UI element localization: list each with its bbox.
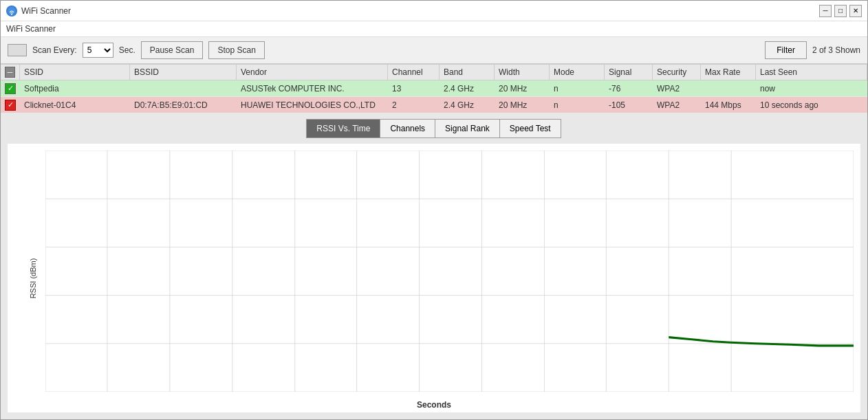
app-icon	[6, 5, 17, 16]
chart-tabs: RSSI Vs. Time Channels Signal Rank Speed…	[1, 113, 867, 144]
title-bar: WiFi Scanner ─ □ ✕	[1, 1, 867, 21]
row2-check[interactable]: ✓	[1, 97, 20, 113]
row2-vendor: HUAWEI TECHNOLOGIES CO.,LTD	[237, 97, 388, 113]
th-signal[interactable]: Signal	[605, 65, 653, 80]
th-bssid[interactable]: BSSID	[130, 65, 237, 80]
th-lastseen[interactable]: Last Seen	[756, 65, 867, 80]
close-button[interactable]: ✕	[849, 5, 862, 17]
rssi-line	[669, 338, 854, 346]
sec-label: Sec.	[119, 45, 135, 55]
row2-checkbox[interactable]: ✓	[5, 100, 16, 111]
maximize-button[interactable]: □	[834, 5, 847, 17]
row2-ssid: Clicknet-01C4	[20, 97, 130, 113]
tab-rssi-vs-time[interactable]: RSSI Vs. Time	[306, 119, 380, 138]
th-security[interactable]: Security	[653, 65, 701, 80]
window-controls: ─ □ ✕	[819, 5, 862, 17]
row1-check[interactable]: ✓	[1, 80, 20, 96]
scan-every-label: Scan Every:	[32, 45, 77, 55]
row2-channel: 2	[388, 97, 440, 113]
toolbar: Scan Every: 5 10 30 Sec. Pause Scan Stop…	[1, 37, 867, 64]
row2-width: 20 MHz	[495, 97, 550, 113]
row2-mode: n	[550, 97, 605, 113]
th-channel[interactable]: Channel	[388, 65, 440, 80]
network-table: ✓ Softpedia ASUSTek COMPUTER INC. 13 2.4…	[1, 80, 867, 113]
menu-title: WiFi Scanner	[6, 24, 56, 34]
row2-security: WPA2	[653, 97, 701, 113]
row1-lastseen: now	[756, 80, 867, 96]
th-vendor[interactable]: Vendor	[237, 65, 388, 80]
header-checkbox[interactable]: ─	[5, 67, 15, 78]
th-band[interactable]: Band	[440, 65, 495, 80]
row1-checkbox[interactable]: ✓	[5, 83, 16, 94]
stop-scan-button[interactable]: Stop Scan	[208, 41, 264, 59]
row1-channel: 13	[388, 80, 440, 96]
row1-maxrate	[701, 80, 756, 96]
table-row[interactable]: ✓ Clicknet-01C4 D0:7A:B5:E9:01:CD HUAWEI…	[1, 97, 867, 113]
row2-bssid: D0:7A:B5:E9:01:CD	[130, 97, 237, 113]
tab-channels[interactable]: Channels	[380, 119, 435, 138]
row1-security: WPA2	[653, 80, 701, 96]
th-mode[interactable]: Mode	[550, 65, 605, 80]
row1-bssid	[130, 80, 237, 96]
scan-icon	[8, 44, 27, 56]
y-axis-label: RSSI (dBm)	[29, 258, 37, 298]
row1-width: 20 MHz	[495, 80, 550, 96]
row1-mode: n	[550, 80, 605, 96]
chart-area: RSSI (dBm)	[8, 144, 860, 412]
shown-count: 2 of 3 Shown	[812, 45, 860, 55]
main-window: WiFi Scanner ─ □ ✕ WiFi Scanner Scan Eve…	[0, 0, 868, 420]
row1-ssid: Softpedia	[20, 80, 130, 96]
table-header: ─ SSID BSSID Vendor Channel Band Width M…	[1, 64, 867, 80]
row1-band: 2.4 GHz	[440, 80, 495, 96]
row1-vendor: ASUSTek COMPUTER INC.	[237, 80, 388, 96]
filter-area: Filter 2 of 3 Shown	[765, 41, 860, 59]
filter-button[interactable]: Filter	[765, 41, 807, 59]
row2-maxrate: 144 Mbps	[701, 97, 756, 113]
row2-band: 2.4 GHz	[440, 97, 495, 113]
pause-scan-button[interactable]: Pause Scan	[141, 41, 204, 59]
rssi-chart: 0 -20 -40 -60 -80 -100 60 55 50 45 40 35…	[45, 151, 854, 392]
window-title: WiFi Scanner	[21, 6, 819, 16]
menu-bar: WiFi Scanner	[1, 21, 867, 37]
tab-speed-test[interactable]: Speed Test	[499, 119, 561, 138]
svg-point-1	[11, 14, 12, 15]
main-content: RSSI Vs. Time Channels Signal Rank Speed…	[1, 113, 867, 419]
tab-signal-rank[interactable]: Signal Rank	[435, 119, 500, 138]
row2-signal: -105	[605, 97, 653, 113]
scan-interval-select[interactable]: 5 10 30	[83, 43, 113, 58]
th-ssid[interactable]: SSID	[20, 65, 130, 80]
row2-lastseen: 10 seconds ago	[756, 97, 867, 113]
x-axis-label: Seconds	[417, 400, 451, 410]
th-maxrate[interactable]: Max Rate	[701, 65, 756, 80]
table-row[interactable]: ✓ Softpedia ASUSTek COMPUTER INC. 13 2.4…	[1, 80, 867, 97]
th-check: ─	[1, 65, 20, 80]
row1-signal: -76	[605, 80, 653, 96]
minimize-button[interactable]: ─	[819, 5, 832, 17]
th-width[interactable]: Width	[495, 65, 550, 80]
